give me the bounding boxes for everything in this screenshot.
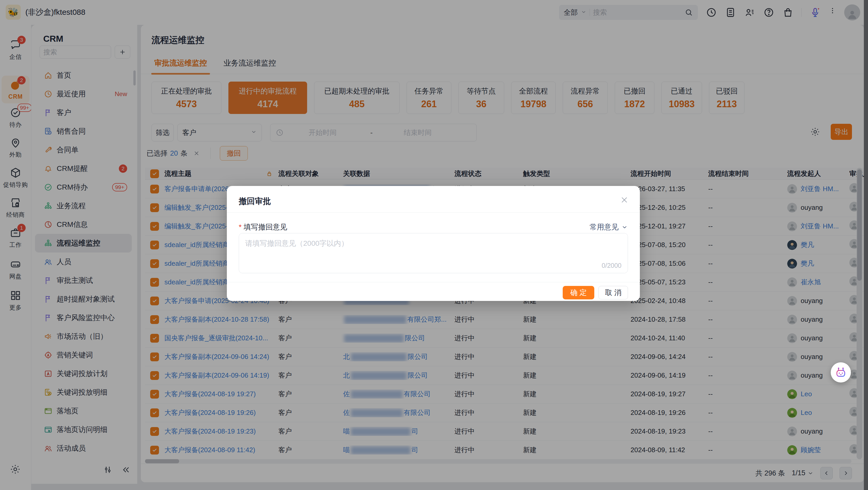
required-mark: * (239, 223, 242, 231)
cancel-button[interactable]: 取 消 (598, 286, 628, 299)
char-counter: 0/2000 (602, 262, 621, 269)
opinion-label: 填写撤回意见 (244, 222, 287, 232)
revoke-approval-dialog: 撤回审批 * 填写撤回意见 常用意见 0/2000 确 定 取 消 (227, 186, 640, 301)
confirm-button[interactable]: 确 定 (563, 286, 594, 299)
chevron-down-icon (621, 224, 628, 231)
opinion-textarea[interactable] (239, 233, 628, 273)
divider (227, 282, 640, 282)
close-icon[interactable] (620, 196, 628, 204)
preset-opinion-dropdown[interactable]: 常用意见 (590, 222, 628, 232)
dialog-title: 撤回审批 (239, 196, 271, 207)
ai-assistant-fab[interactable] (831, 362, 851, 382)
divider (227, 212, 640, 213)
